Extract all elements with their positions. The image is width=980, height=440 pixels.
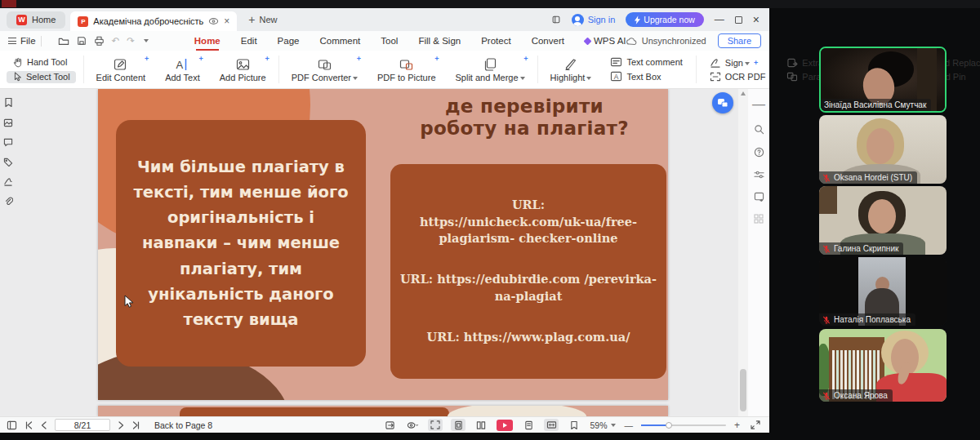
menu-wps-ai[interactable]: WPS AI (585, 36, 626, 46)
back-to-page-link[interactable]: Back to Page 8 (154, 420, 212, 430)
menu-edit[interactable]: Edit (241, 36, 257, 46)
tab-document-label: Академічна доброчесність (93, 16, 203, 26)
new-tab-button[interactable]: + New (248, 13, 277, 26)
bookmark-icon[interactable] (4, 97, 13, 108)
scrollbar-thumb[interactable] (740, 369, 746, 411)
menu-comment[interactable]: Comment (319, 36, 360, 46)
text-box-icon: A (610, 71, 622, 82)
sign-in-button[interactable]: Sign in (572, 14, 616, 26)
add-bookmark-icon[interactable] (754, 192, 764, 202)
search-icon[interactable] (754, 124, 764, 135)
menu-page[interactable]: Page (278, 36, 300, 46)
add-picture-button[interactable]: + Add Picture (215, 57, 271, 82)
maximize-icon[interactable] (735, 16, 742, 24)
zoom-slider-knob[interactable] (666, 422, 672, 429)
pdf-to-picture-button[interactable]: + PDF to Picture (372, 57, 441, 82)
status-zoom-value[interactable]: 59% (590, 420, 616, 430)
participant-tile[interactable]: Галина Скрипник (819, 186, 947, 255)
split-and-merge-button[interactable]: + Split and Merge (451, 57, 530, 82)
scroll-up-icon[interactable] (741, 91, 746, 96)
cloud-icon (626, 37, 638, 46)
add-text-button[interactable]: + A Add Text (160, 57, 205, 82)
toolbar: Hand Tool Select Tool + Edit Content + A… (0, 51, 769, 89)
fullscreen-icon[interactable] (748, 419, 763, 431)
participant-tile[interactable]: Наталія Поплавська (819, 257, 947, 326)
signature-stamp-icon[interactable] (3, 177, 13, 186)
tab-document[interactable]: P Академічна доброчесність × (70, 11, 237, 31)
settings-sliders-icon[interactable] (754, 170, 764, 180)
close-window-icon[interactable]: × (753, 13, 760, 26)
tab-home[interactable]: W Home (7, 11, 65, 29)
participant-name: Галина Скрипник (834, 244, 898, 253)
open-folder-icon[interactable] (58, 36, 69, 46)
fit-width-icon[interactable] (544, 419, 559, 431)
hand-tool-button[interactable]: Hand Tool (7, 56, 76, 69)
single-page-icon[interactable] (451, 419, 466, 431)
ocr-pdf-button[interactable]: OCR PDF (704, 71, 772, 82)
sign-icon (710, 58, 721, 68)
screen-top-strip (0, 0, 980, 8)
text-box-button[interactable]: A Text Box (604, 70, 688, 82)
preview-eye-icon[interactable] (208, 17, 219, 25)
collapse-panel-icon[interactable]: — (752, 97, 765, 112)
muted-mic-icon (822, 174, 831, 182)
pdf-page-9-partial[interactable] (98, 406, 668, 416)
document-area[interactable]: Чим більше плагіату в тексті, тим менше … (0, 89, 769, 416)
print-icon[interactable] (94, 36, 105, 46)
highlight-button[interactable]: Highlight (546, 57, 597, 82)
apps-grid-icon[interactable] (754, 214, 764, 224)
menu-protect[interactable]: Protect (481, 36, 510, 46)
next-page-icon[interactable] (118, 421, 124, 429)
help-icon[interactable] (754, 147, 764, 158)
dock-window-icon[interactable] (551, 15, 561, 24)
text-comment-button[interactable]: Text comment (604, 56, 688, 68)
save-icon[interactable] (77, 36, 87, 46)
wps-ai-floating-button[interactable] (712, 92, 733, 113)
menu-fill-sign[interactable]: Fill & Sign (418, 36, 461, 46)
redo-icon[interactable]: ↷ (127, 35, 135, 47)
upgrade-now-button[interactable]: Upgrade now (626, 12, 703, 27)
view-options-icon[interactable] (405, 419, 420, 431)
attachment-icon[interactable] (4, 197, 13, 207)
bookmark-flag-icon[interactable] (567, 419, 581, 431)
menu-convert[interactable]: Convert (532, 36, 564, 46)
page-indicator-input[interactable]: 8/21 (55, 419, 110, 431)
tag-icon[interactable] (3, 158, 13, 167)
participant-tile[interactable]: Oksana Hordei (STU) (819, 115, 947, 184)
sync-status[interactable]: Unsynchronized (626, 36, 706, 46)
chevron-down-icon[interactable] (144, 39, 149, 42)
minimize-icon[interactable]: — (715, 14, 724, 25)
zoom-minus-button[interactable]: — (624, 420, 633, 430)
thumbnails-icon[interactable] (3, 118, 13, 127)
first-page-icon[interactable] (24, 421, 33, 429)
page-layout-icon[interactable] (521, 419, 536, 431)
vertical-scrollbar[interactable] (738, 89, 748, 416)
participant-tile-speaking[interactable]: Зінаїда Василівна Смутчак (819, 47, 947, 113)
two-page-icon[interactable] (474, 419, 488, 431)
presentation-play-button[interactable] (497, 420, 513, 431)
slide-url-card: URL: https://unicheck.com/uk-ua/free-pla… (390, 164, 666, 379)
undo-icon[interactable]: ↶ (112, 35, 120, 47)
file-menu[interactable]: File (8, 36, 36, 46)
zoom-plus-button[interactable]: + (734, 420, 740, 431)
comments-icon[interactable] (3, 138, 13, 147)
menu-tool[interactable]: Tool (381, 36, 398, 46)
export-icon[interactable] (382, 419, 397, 431)
fit-page-icon[interactable] (428, 419, 443, 431)
previous-page-icon[interactable] (41, 421, 47, 429)
highlight-pen-icon (563, 57, 578, 72)
share-button[interactable]: Share (718, 33, 761, 48)
select-tool-button[interactable]: Select Tool (7, 71, 76, 83)
edit-content-button[interactable]: + Edit Content (91, 57, 151, 82)
participant-tile[interactable]: Оксана Ярова (819, 329, 947, 402)
tab-close-icon[interactable]: × (224, 16, 229, 26)
zoom-slider[interactable] (641, 424, 726, 426)
sign-button[interactable]: Sign + (704, 57, 772, 69)
pdf-page-8[interactable]: Чим більше плагіату в тексті, тим менше … (98, 89, 668, 400)
panel-toggle-icon[interactable] (7, 420, 17, 430)
pdf-converter-button[interactable]: + PDF Converter (287, 57, 363, 82)
participant-name-tag: Oksana Hordei (STU) (819, 171, 917, 184)
menu-home[interactable]: Home (194, 36, 220, 46)
last-page-icon[interactable] (131, 421, 140, 429)
plus-icon: + (248, 13, 255, 26)
